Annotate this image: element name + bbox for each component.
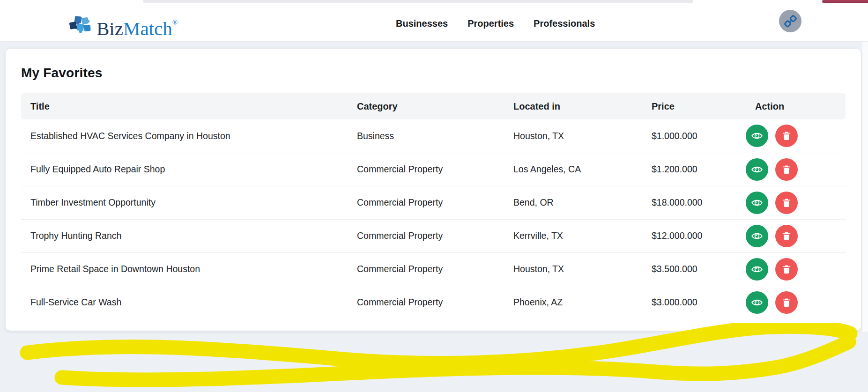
delete-button[interactable] [775, 225, 798, 247]
view-button[interactable] [746, 225, 768, 247]
column-header-title: Title [21, 93, 348, 119]
top-accent-bar [822, 0, 868, 3]
row-title: Full-Service Car Wash [21, 286, 348, 319]
favorites-card: My Favorites Title Category Located in P… [6, 49, 861, 331]
table-row: Full-Service Car Wash Commercial Propert… [21, 286, 846, 319]
top-strip [0, 0, 868, 6]
delete-button[interactable] [775, 192, 798, 214]
nav-item-businesses[interactable]: Businesses [396, 18, 448, 29]
view-button[interactable] [746, 158, 768, 181]
row-category: Commercial Property [348, 252, 504, 286]
table-row: Prime Retail Space in Downtown Houston C… [21, 252, 846, 286]
logo-text-biz: Biz [96, 18, 123, 39]
nav-item-properties[interactable]: Properties [467, 18, 514, 29]
row-category: Commercial Property [348, 153, 504, 186]
page-title: My Favorites [21, 66, 861, 81]
table-row: Established HVAC Services Company in Hou… [21, 119, 846, 153]
view-button[interactable] [746, 258, 768, 281]
view-button[interactable] [746, 125, 768, 147]
row-location: Phoenix, AZ [504, 286, 642, 319]
row-price: $18.000.000 [642, 186, 746, 219]
nav-item-professionals[interactable]: Professionals [534, 18, 595, 29]
row-location: Houston, TX [504, 252, 642, 286]
header: BizMatch® Businesses Properties Professi… [0, 6, 868, 42]
logo[interactable]: BizMatch® [67, 12, 178, 39]
scrollbar-track[interactable] [862, 6, 868, 332]
delete-button[interactable] [775, 158, 798, 181]
top-pill-decoration [143, 0, 693, 3]
table-row: Trophy Hunting Ranch Commercial Property… [21, 219, 846, 252]
row-location: Kerrville, TX [504, 219, 642, 252]
row-title: Prime Retail Space in Downtown Houston [21, 252, 348, 286]
view-button[interactable] [746, 291, 768, 314]
trash-icon [781, 297, 792, 308]
row-actions [746, 119, 846, 153]
puzzle-pieces-icon [67, 15, 94, 37]
delete-button[interactable] [775, 258, 798, 281]
table-row: Timber Investment Opportunity Commercial… [21, 186, 846, 219]
row-actions [746, 286, 846, 319]
eye-icon [751, 163, 763, 176]
row-category: Commercial Property [348, 286, 504, 319]
eye-icon [751, 197, 763, 209]
trash-icon [781, 131, 792, 141]
column-header-price: Price [642, 93, 746, 119]
row-actions [746, 153, 846, 186]
row-actions [746, 252, 846, 286]
trash-icon [781, 198, 792, 208]
table-row: Fully Equipped Auto Repair Shop Commerci… [21, 153, 846, 186]
row-category: Commercial Property [348, 219, 504, 252]
eye-icon [751, 296, 763, 309]
column-header-category: Category [348, 93, 504, 119]
row-price: $12.000.000 [642, 219, 746, 252]
profile-avatar-button[interactable] [779, 10, 801, 32]
bizmatch-favorites-page: BizMatch® Businesses Properties Professi… [0, 0, 868, 392]
row-title: Fully Equipped Auto Repair Shop [21, 153, 348, 186]
trash-icon [781, 264, 792, 274]
link-icon [784, 15, 797, 28]
row-category: Business [348, 119, 504, 153]
delete-button[interactable] [775, 125, 798, 147]
column-header-located: Located in [504, 93, 642, 119]
trash-icon [781, 164, 792, 175]
row-price: $3.500.000 [642, 252, 746, 286]
trash-icon [781, 231, 792, 241]
row-price: $1.200.000 [642, 153, 746, 186]
row-price: $1.000.000 [642, 119, 746, 153]
row-location: Houston, TX [504, 119, 642, 153]
row-title: Timber Investment Opportunity [21, 186, 348, 219]
main-nav: Businesses Properties Professionals [396, 6, 595, 41]
logo-text-match: Match [123, 18, 172, 39]
delete-button[interactable] [775, 291, 798, 314]
view-button[interactable] [746, 192, 768, 214]
row-location: Los Angeles, CA [504, 153, 642, 186]
column-header-action: Action [746, 93, 846, 119]
favorites-table: Title Category Located in Price Action E… [21, 93, 846, 319]
table-header-row: Title Category Located in Price Action [21, 93, 846, 119]
eye-icon [751, 130, 763, 142]
eye-icon [751, 230, 763, 242]
row-actions [746, 219, 846, 252]
row-category: Commercial Property [348, 186, 504, 219]
row-actions [746, 186, 846, 219]
row-price: $3.000.000 [642, 286, 746, 319]
registered-mark: ® [172, 19, 178, 26]
row-title: Established HVAC Services Company in Hou… [21, 119, 348, 153]
row-title: Trophy Hunting Ranch [21, 219, 348, 252]
row-location: Bend, OR [504, 186, 642, 219]
eye-icon [751, 263, 763, 275]
highlighter-scribble [0, 323, 868, 392]
logo-text: BizMatch® [96, 12, 178, 39]
